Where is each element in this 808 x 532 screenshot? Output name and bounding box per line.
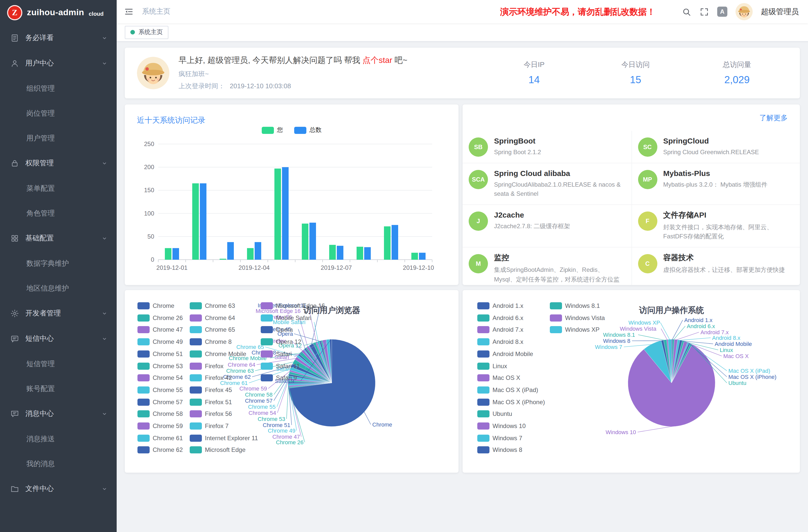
- legend-item[interactable]: Chrome 62: [137, 446, 183, 454]
- sidebar-subitem[interactable]: 组织管理: [0, 76, 117, 101]
- legend-item[interactable]: Windows 10: [477, 422, 526, 429]
- legend-item[interactable]: Chrome 57: [137, 398, 183, 405]
- sidebar-subitem[interactable]: 地区信息维护: [0, 276, 117, 301]
- legend-item[interactable]: Safari 9: [261, 374, 297, 381]
- legend-item[interactable]: Mac OS X (iPad): [477, 386, 538, 393]
- legend-item[interactable]: Windows 7: [477, 434, 522, 441]
- legend-item[interactable]: Chrome 26: [137, 314, 183, 321]
- legend-item[interactable]: Safari 11: [261, 362, 300, 369]
- legend-item[interactable]: Chrome: [137, 302, 174, 309]
- sidebar-item-lock[interactable]: 权限管理: [0, 151, 117, 176]
- tab-home[interactable]: 系统主页: [125, 25, 168, 39]
- legend-item[interactable]: Firefox 7: [190, 422, 228, 429]
- legend-item[interactable]: Windows Vista: [550, 314, 605, 321]
- legend-item[interactable]: Chrome 49: [137, 338, 183, 345]
- app-logo[interactable]: Z zuihou-admin cloud: [0, 0, 117, 25]
- sidebar-item-grid[interactable]: 基础配置: [0, 226, 117, 251]
- legend-item[interactable]: Chrome 51: [137, 350, 183, 357]
- legend-item[interactable]: Chrome 64: [190, 314, 235, 321]
- sidebar-subitem[interactable]: 账号配置: [0, 376, 117, 401]
- legend-label: Firefox 42: [205, 374, 232, 381]
- legend-item[interactable]: Chrome 54: [137, 374, 183, 381]
- tech-title: SpringCloud: [663, 136, 759, 145]
- sidebar-subitem[interactable]: 我的消息: [0, 451, 117, 476]
- sidebar-subitem[interactable]: 角色管理: [0, 201, 117, 226]
- sidebar-subitem[interactable]: 岗位管理: [0, 101, 117, 126]
- sidebar-item-label: 基础配置: [25, 234, 54, 243]
- legend-swatch: [137, 398, 150, 405]
- search-icon[interactable]: [682, 7, 691, 17]
- legend-item[interactable]: Android 1.x: [477, 302, 523, 309]
- sidebar-item-message[interactable]: 消息中心: [0, 401, 117, 426]
- legend-item[interactable]: Windows XP: [550, 326, 600, 333]
- legend-label: Chrome 8: [205, 338, 232, 345]
- sidebar-item-folder[interactable]: 文件中心: [0, 476, 117, 501]
- sidebar-item-sms[interactable]: 短信中心: [0, 326, 117, 351]
- legend-item[interactable]: Chrome 58: [137, 410, 183, 418]
- legend-item[interactable]: Firefox 51: [190, 398, 232, 405]
- legend-item[interactable]: 总数: [294, 126, 322, 134]
- sidebar-subitem[interactable]: 短信管理: [0, 351, 117, 376]
- legend-item[interactable]: Opera: [261, 326, 293, 333]
- legend-item[interactable]: Chrome 8: [190, 338, 232, 345]
- legend-item[interactable]: Microsoft Edge: [190, 446, 245, 454]
- bar: [165, 248, 171, 260]
- legend-item[interactable]: Chrome 47: [137, 326, 183, 333]
- legend-item[interactable]: Windows 8.1: [550, 302, 600, 309]
- leader-line: [287, 381, 289, 419]
- bar: [302, 224, 308, 260]
- book-icon: [10, 34, 19, 42]
- legend-item[interactable]: Chrome Mobile: [190, 350, 246, 357]
- legend-item[interactable]: Mac OS X: [477, 374, 520, 381]
- sidebar-subitem[interactable]: 用户管理: [0, 126, 117, 151]
- star-link[interactable]: 点个star: [362, 56, 392, 65]
- legend-item[interactable]: Chrome 61: [137, 434, 183, 441]
- legend-item[interactable]: Linux: [477, 362, 507, 369]
- legend-item[interactable]: Firefox 42: [190, 374, 232, 381]
- stat-value[interactable]: 15: [585, 74, 686, 86]
- username[interactable]: 超级管理员: [761, 7, 799, 17]
- legend-item[interactable]: Ubuntu: [477, 410, 512, 418]
- sidebar-item-gear[interactable]: 开发者管理: [0, 301, 117, 326]
- stat-item: 今日IP14: [483, 60, 585, 86]
- legend-item[interactable]: Firefox: [190, 362, 223, 369]
- pie-label: Android 1.x: [684, 317, 712, 323]
- breadcrumb[interactable]: 系统主页: [142, 7, 170, 16]
- legend-item[interactable]: Android 8.x: [477, 338, 523, 345]
- legend-label: Android Mobile: [493, 350, 533, 357]
- legend-swatch: [477, 338, 490, 345]
- legend-item[interactable]: Chrome 55: [137, 386, 183, 393]
- legend-item[interactable]: Internet Explorer 11: [190, 434, 258, 441]
- legend-item[interactable]: Android 7.x: [477, 326, 523, 333]
- legend-swatch: [137, 386, 150, 393]
- leader-line: [674, 326, 685, 340]
- sidebar-subitem[interactable]: 菜单配置: [0, 176, 117, 201]
- sidebar-subitem[interactable]: 数据字典维护: [0, 251, 117, 276]
- learn-more-link[interactable]: 了解更多: [759, 114, 788, 123]
- stat-value[interactable]: 14: [483, 74, 585, 86]
- legend-label: Opera: [276, 326, 293, 333]
- sidebar-item-book[interactable]: 务必详看: [0, 25, 117, 51]
- stat-value[interactable]: 2,029: [686, 74, 788, 86]
- legend-item[interactable]: Firefox 56: [190, 410, 232, 418]
- legend-item[interactable]: Android Mobile: [477, 350, 533, 357]
- legend-item[interactable]: Chrome 59: [137, 422, 183, 429]
- hamburger-icon[interactable]: [124, 6, 134, 17]
- legend-item[interactable]: Chrome 53: [137, 362, 183, 369]
- sidebar-item-user[interactable]: 用户中心: [0, 51, 117, 76]
- legend-label: Microsoft Edge: [205, 446, 245, 454]
- legend-item[interactable]: Chrome 65: [190, 326, 235, 333]
- legend-label: Chrome 55: [153, 386, 183, 393]
- fullscreen-icon[interactable]: [699, 7, 709, 17]
- legend-item[interactable]: Opera 12: [261, 338, 301, 345]
- legend-item[interactable]: Chrome 63: [190, 302, 235, 309]
- legend-item[interactable]: Windows 8: [477, 446, 522, 454]
- font-size-icon[interactable]: A: [717, 6, 727, 17]
- sidebar-subitem[interactable]: 消息推送: [0, 426, 117, 451]
- legend-item[interactable]: Mac OS X (iPhone): [477, 398, 545, 405]
- legend-item[interactable]: 您: [262, 126, 283, 134]
- avatar[interactable]: [735, 3, 753, 20]
- legend-item[interactable]: Safari: [261, 350, 292, 357]
- legend-item[interactable]: Firefox 45: [190, 386, 232, 393]
- legend-item[interactable]: Android 6.x: [477, 314, 523, 321]
